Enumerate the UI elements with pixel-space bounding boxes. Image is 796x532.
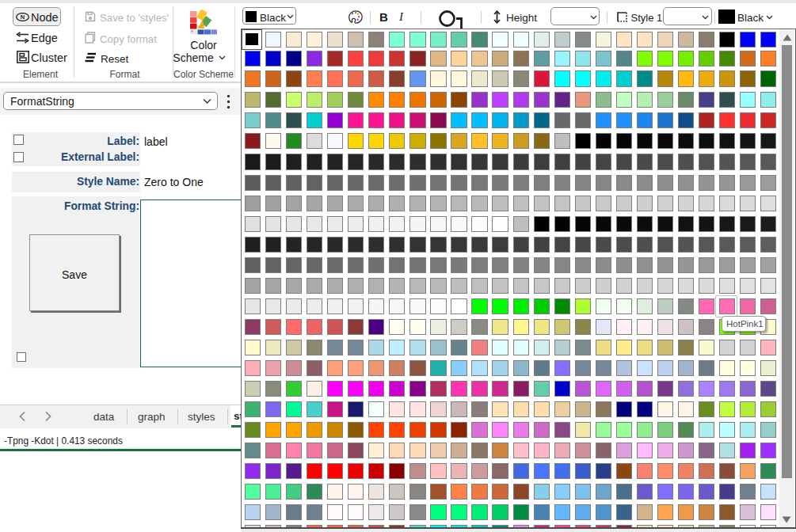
svg-text:N: N bbox=[21, 13, 25, 21]
